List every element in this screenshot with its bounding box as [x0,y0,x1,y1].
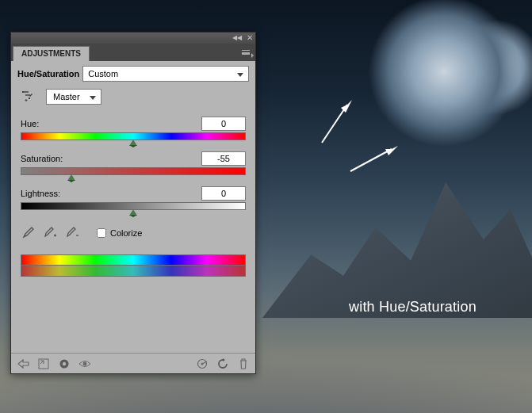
svg-point-9 [201,362,203,365]
lightness-value-input[interactable]: 0 [201,186,246,201]
colorize-checkbox[interactable] [97,228,106,238]
clip-to-layer-icon[interactable] [57,357,71,371]
eyedropper-add-icon[interactable] [43,226,57,240]
tab-adjustments[interactable]: ADJUSTMENTS [13,46,90,61]
adjustments-panel: ◀◀ ✕ ADJUSTMENTS Hue/Saturation Custom [10,32,256,374]
hue-slider-group: Hue: 0 [21,117,246,140]
panel-tabstrip: ADJUSTMENTS [11,44,255,61]
annotation-arrow-1 [317,97,357,147]
visibility-icon[interactable] [78,357,92,371]
hue-label: Hue: [21,119,39,128]
panel-titlebar[interactable]: ◀◀ ✕ [11,33,255,44]
svg-marker-3 [385,146,398,155]
back-arrow-icon[interactable] [16,357,30,371]
adjustment-title: Hue/Saturation [17,69,79,78]
edit-range-value: Master [53,92,80,101]
saturation-value-input[interactable]: -55 [201,151,246,166]
panel-footer [11,353,255,373]
colorize-checkbox-row[interactable]: Colorize [97,228,142,238]
panel-body: Hue/Saturation Custom Master Hue: 0 [11,61,255,353]
svg-line-2 [350,149,392,171]
collapse-icon[interactable]: ◀◀ [232,35,242,41]
hue-thumb[interactable] [129,140,137,146]
edit-range-select[interactable]: Master [46,89,101,105]
eyedropper-subtract-icon[interactable] [65,226,79,240]
saturation-label: Saturation: [21,154,63,163]
hue-value-input[interactable]: 0 [201,117,246,131]
close-icon[interactable]: ✕ [247,34,253,42]
lightness-track[interactable] [21,202,246,210]
panel-menu-icon[interactable] [239,46,252,59]
svg-point-7 [83,361,87,365]
previous-state-icon[interactable] [195,357,209,371]
lightness-label: Lightness: [21,189,60,198]
colorize-label: Colorize [110,228,142,238]
expand-view-icon[interactable] [36,357,51,371]
lightness-slider-group: Lightness: 0 [21,186,246,210]
hue-track[interactable] [21,132,246,140]
reset-icon[interactable] [216,357,230,371]
saturation-slider-group: Saturation: -55 [21,151,246,175]
trash-icon[interactable] [236,357,251,371]
targeted-adjust-icon[interactable] [21,88,38,105]
saturation-thumb[interactable] [67,174,75,181]
preset-value: Custom [88,69,118,78]
spectrum-original [21,254,246,266]
preset-select[interactable]: Custom [82,66,249,82]
lightness-thumb[interactable] [129,209,137,216]
annotation-arrow-2 [347,141,403,176]
spectrum-adjusted [21,266,246,277]
saturation-track[interactable] [21,167,246,175]
eyedropper-icon[interactable] [21,226,35,240]
caption-text: with Hue/Saturation [349,299,477,315]
svg-point-6 [63,361,66,365]
